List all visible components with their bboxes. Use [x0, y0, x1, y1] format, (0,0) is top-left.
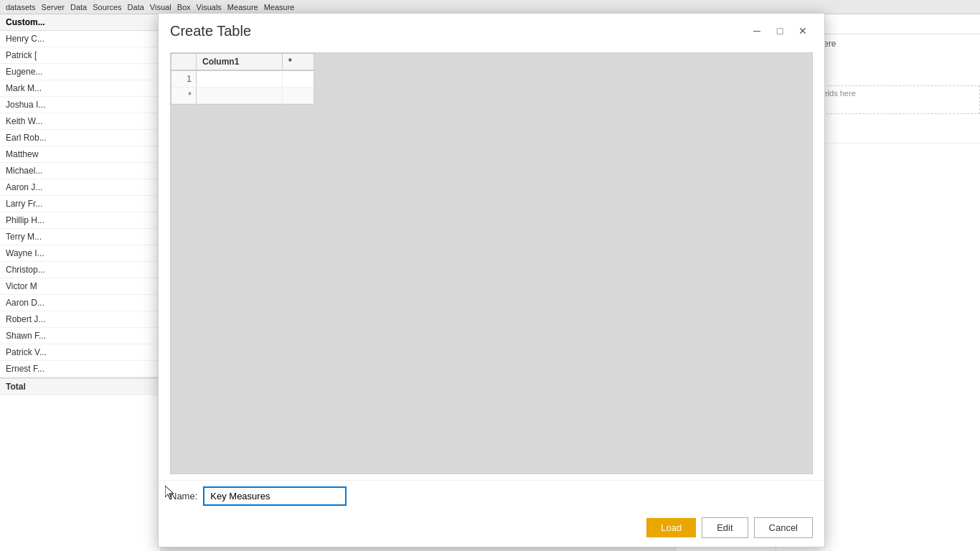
cancel-button[interactable]: Cancel [754, 517, 813, 538]
add-row-cell[interactable] [197, 88, 283, 103]
customer-list: Henry C... Patrick [ Eugene... Mark M...… [0, 31, 161, 395]
table-container: Column1 * 1 * [170, 52, 813, 474]
top-bar: datasets Server Data Sources Data Visual… [0, 0, 980, 14]
table-add-row[interactable]: * [171, 88, 314, 104]
menu-item-measure2[interactable]: Measure [264, 3, 295, 11]
list-item[interactable]: Larry Fr... [0, 196, 161, 212]
list-item[interactable]: Christop... [0, 262, 161, 278]
customer-panel-header: Custom... [0, 14, 161, 31]
name-label: Name: [170, 491, 197, 501]
list-item[interactable]: Earl Rob... [0, 130, 161, 146]
add-row-star [283, 88, 311, 103]
total-row: Total [0, 377, 161, 395]
menu-item-visuals[interactable]: Visuals [197, 3, 222, 11]
close-button[interactable]: ✕ [793, 21, 813, 41]
dialog-titlebar: Create Table ─ □ ✕ [159, 14, 824, 47]
row-cell-star-1 [283, 71, 311, 87]
minimize-button[interactable]: ─ [747, 21, 767, 41]
list-item[interactable]: Robert J... [0, 311, 161, 328]
list-item[interactable]: Aaron J... [0, 179, 161, 196]
minimize-icon: ─ [753, 25, 760, 37]
list-item[interactable]: Phillip H... [0, 212, 161, 229]
list-item[interactable]: Shawn F... [0, 328, 161, 344]
list-item[interactable]: Mark M... [0, 80, 161, 97]
list-item[interactable]: Wayne I... [0, 245, 161, 262]
dialog-name-bar: Name: [159, 480, 824, 512]
list-item[interactable]: Terry M... [0, 229, 161, 245]
list-item[interactable]: Eugene... [0, 64, 161, 80]
list-item[interactable]: Henry C... [0, 31, 161, 47]
table-row: 1 [171, 71, 314, 88]
menu-item-datasets[interactable]: datasets [6, 3, 36, 11]
dialog-content: Column1 * 1 * [159, 47, 824, 480]
add-row-num: * [171, 88, 197, 103]
list-item[interactable]: Victor M [0, 278, 161, 295]
dialog-title: Create Table [170, 23, 251, 39]
table-header-row: Column1 * [171, 54, 314, 71]
list-item[interactable]: Ernest F... [0, 361, 161, 377]
row-number-1: 1 [171, 71, 197, 87]
load-button[interactable]: Load [646, 518, 696, 537]
dialog-actions: Load Edit Cancel [159, 512, 824, 547]
menu-item-sources[interactable]: Sources [93, 3, 121, 11]
data-table: Column1 * 1 * [171, 53, 314, 105]
name-input[interactable] [203, 486, 347, 506]
list-item[interactable]: Patrick [ [0, 47, 161, 64]
menu-item-measure[interactable]: Measure [227, 3, 258, 11]
list-item[interactable]: Aaron D... [0, 295, 161, 311]
menu-item-box[interactable]: Box [177, 3, 191, 11]
list-item[interactable]: Keith W... [0, 113, 161, 130]
star-header[interactable]: * [283, 54, 311, 70]
dialog-controls: ─ □ ✕ [747, 21, 813, 41]
menu-item-server[interactable]: Server [42, 3, 65, 11]
maximize-button[interactable]: □ [770, 21, 790, 41]
list-item[interactable]: Michael... [0, 163, 161, 179]
menu-item-data[interactable]: Data [70, 3, 87, 11]
menu-item-data2[interactable]: Data [128, 3, 144, 11]
column1-header: Column1 [197, 54, 283, 70]
list-item[interactable]: Patrick V... [0, 344, 161, 361]
row-cell-1[interactable] [197, 71, 283, 87]
maximize-icon: □ [777, 25, 783, 37]
edit-button[interactable]: Edit [702, 517, 748, 538]
create-table-dialog: Create Table ─ □ ✕ Column1 * [158, 13, 825, 547]
close-icon: ✕ [798, 25, 807, 37]
left-panel: Custom... Henry C... Patrick [ Eugene...… [0, 14, 161, 551]
menu-item-visual[interactable]: Visual [150, 3, 171, 11]
list-item[interactable]: Matthew [0, 146, 161, 163]
row-num-header [171, 54, 197, 70]
list-item[interactable]: Joshua I... [0, 97, 161, 113]
